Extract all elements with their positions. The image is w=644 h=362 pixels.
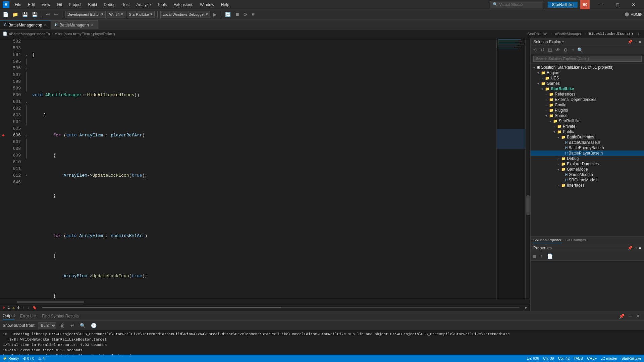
output-tab-errors[interactable]: Error List xyxy=(20,312,37,320)
tree-config[interactable]: › 📁 Config xyxy=(531,102,644,108)
menu-tools[interactable]: Tools xyxy=(155,2,169,8)
tree-gamemode[interactable]: ▾ 📁 GameMode xyxy=(531,167,644,172)
prop-pin[interactable]: 📌 xyxy=(628,246,633,250)
tree-srl2[interactable]: ▾ 📁 StarRailLike xyxy=(531,118,644,124)
output-pin-icon[interactable]: 📌 xyxy=(618,313,626,319)
toolbar-stop[interactable]: ⏹ xyxy=(233,11,241,18)
se-props-icon[interactable]: ⚙ xyxy=(562,47,569,53)
output-tab-output[interactable]: Output xyxy=(3,312,15,320)
menu-git[interactable]: Git xyxy=(54,2,65,8)
se-collapse-icon[interactable]: ─ xyxy=(634,40,637,44)
config-dropdown[interactable]: Development Editor ▾ xyxy=(65,11,106,18)
se-search-input[interactable] xyxy=(533,56,642,62)
se-tab-solution[interactable]: Solution Explorer xyxy=(533,237,561,243)
se-collapse-all-icon[interactable]: ⊟ xyxy=(547,47,553,53)
tree-ues[interactable]: › 📁 UES xyxy=(531,75,644,81)
tree-ext-deps[interactable]: › 📁 External Dependencies xyxy=(531,97,644,102)
breadcrumb-abattlemanager[interactable]: ABattleManager xyxy=(555,32,581,36)
nav-up[interactable]: ↑ xyxy=(22,306,24,310)
tree-gamemode-h[interactable]: › H GameMode.h xyxy=(531,172,644,177)
tree-solution[interactable]: ▾ ⊞ Solution 'StarRailLike' (51 of 51 pr… xyxy=(531,65,644,70)
output-clear-icon[interactable]: 🗑 xyxy=(59,322,66,329)
se-close-icon[interactable]: ✕ xyxy=(638,40,642,44)
breadcrumb-fn2[interactable]: HideAllLockedIcons() xyxy=(589,32,633,36)
menu-project[interactable]: Project xyxy=(66,2,84,8)
warning-count-icon[interactable]: ⚠ xyxy=(12,305,15,310)
toolbar-refresh[interactable]: 🔄 xyxy=(224,11,232,18)
tree-games[interactable]: ▾ 📁 Games xyxy=(531,81,644,86)
menu-analyze[interactable]: Analyze xyxy=(134,2,154,8)
menu-build[interactable]: Build xyxy=(86,2,100,8)
menu-debug[interactable]: Debug xyxy=(101,2,118,8)
tab-close-h[interactable]: ✕ xyxy=(91,23,94,27)
fold-594[interactable]: ⌄ xyxy=(23,52,30,58)
tree-srgamemode-h[interactable]: › H SRGameMode.h xyxy=(531,177,644,183)
toolbar-undo[interactable]: ↩ xyxy=(45,11,51,18)
vertical-scrollbar[interactable] xyxy=(525,38,530,300)
nav-down[interactable]: ↓ xyxy=(27,306,30,310)
tree-interfaces[interactable]: › 📁 Interfaces xyxy=(531,183,644,188)
tab-battle-manager-h[interactable]: H BattleManager.h ✕ xyxy=(51,20,98,29)
tab-battle-manager-cpp[interactable]: C BattleManager.cpp ✕ xyxy=(0,20,51,29)
tree-references[interactable]: › 📁 References xyxy=(531,92,644,97)
breadcrumb-function[interactable]: for (auto ArrayElem : playerRefArr) xyxy=(58,32,115,36)
tree-plugins[interactable]: › 📁 Plugins xyxy=(531,108,644,113)
tree-battle-char-base[interactable]: › H BattleCharBase.h xyxy=(531,140,644,145)
tree-battle-enemy-base[interactable]: › H BattleEnemyBase.h xyxy=(531,145,644,150)
output-tab-symbols[interactable]: Find Symbol Results xyxy=(42,312,79,320)
code-area[interactable]: { void ABattleManager::HideAllLockedIcon… xyxy=(30,38,496,300)
search-box[interactable]: 🔍 xyxy=(490,1,542,8)
tree-source[interactable]: ▾ 📁 Source xyxy=(531,113,644,118)
toolbar-redo[interactable]: ↪ xyxy=(53,11,59,18)
horiz-thumb[interactable] xyxy=(17,301,84,303)
horizontal-scrollbar[interactable] xyxy=(0,300,530,304)
menu-edit[interactable]: Edit xyxy=(25,2,38,8)
tab-close-cpp[interactable]: ✕ xyxy=(44,23,47,27)
menu-window[interactable]: Window xyxy=(197,2,217,8)
fold-606[interactable]: ⌄ xyxy=(23,132,30,139)
tree-battle-player-base[interactable]: › H BattlePlayerBase.h xyxy=(531,150,644,156)
nav-right-icon[interactable]: ▶ xyxy=(525,305,527,310)
toolbar-save-all[interactable]: 💾 xyxy=(31,11,39,18)
status-branch[interactable]: ⎇ master xyxy=(601,356,618,361)
se-refresh-icon[interactable]: ↺ xyxy=(539,47,546,53)
toolbar-more2[interactable]: ≡ xyxy=(250,11,256,18)
close-button[interactable]: ✕ xyxy=(626,0,641,9)
project-dropdown[interactable]: StarRailLike ▾ xyxy=(127,11,155,18)
prop-browse-icon[interactable]: 📄 xyxy=(546,253,554,260)
output-min-icon[interactable]: ─ xyxy=(627,313,633,319)
output-clock-icon[interactable]: 🕐 xyxy=(90,322,98,329)
output-wrap-icon[interactable]: ↵ xyxy=(69,322,76,329)
menu-extensions[interactable]: Extensions xyxy=(171,2,196,8)
add-file-icon[interactable]: + xyxy=(636,31,641,37)
output-close-icon[interactable]: ✕ xyxy=(635,313,641,319)
prop-min[interactable]: ─ xyxy=(634,246,637,250)
prop-grid-icon[interactable]: ▦ xyxy=(532,253,537,260)
search-input[interactable] xyxy=(499,2,539,7)
fold-601[interactable]: ⌄ xyxy=(23,99,30,105)
bookmark-icon[interactable]: 🔖 xyxy=(32,305,37,310)
menu-help[interactable]: Help xyxy=(218,2,232,8)
se-show-all-icon[interactable]: 👁 xyxy=(554,47,561,53)
toolbar-new[interactable]: 📄 xyxy=(1,11,10,18)
debugger-dropdown[interactable]: Local Windows Debugger ▾ xyxy=(160,11,210,18)
toolbar-more1[interactable]: ⟳ xyxy=(242,11,249,18)
minimize-button[interactable]: ─ xyxy=(594,0,609,9)
menu-file[interactable]: File xyxy=(12,2,24,8)
tree-battle-dummies[interactable]: ▾ 📁 BattleDummies xyxy=(531,134,644,140)
output-find-icon[interactable]: 🔍 xyxy=(78,322,87,329)
tree-private[interactable]: › 📁 Private xyxy=(531,124,644,129)
platform-dropdown[interactable]: Win64 ▾ xyxy=(107,11,125,18)
status-eol[interactable]: CRLF xyxy=(587,356,597,361)
maximize-button[interactable]: □ xyxy=(610,0,625,9)
tree-public[interactable]: ▾ 📁 Public xyxy=(531,129,644,134)
breadcrumb-class[interactable]: ABattleManager::deadEn xyxy=(9,32,50,36)
se-preview-icon[interactable]: ≡ xyxy=(570,47,575,53)
prop-sort-icon[interactable]: ↕ xyxy=(539,253,544,260)
status-errors[interactable]: ⊗ 0 / 0 xyxy=(23,356,34,361)
tree-engine[interactable]: ▾ 📁 Engine xyxy=(531,70,644,75)
prop-close[interactable]: ✕ xyxy=(638,246,642,250)
se-tab-git[interactable]: Git Changes xyxy=(566,237,586,243)
fold-596[interactable]: ⌄ xyxy=(23,65,30,72)
output-source-dropdown[interactable]: Build xyxy=(38,322,56,328)
